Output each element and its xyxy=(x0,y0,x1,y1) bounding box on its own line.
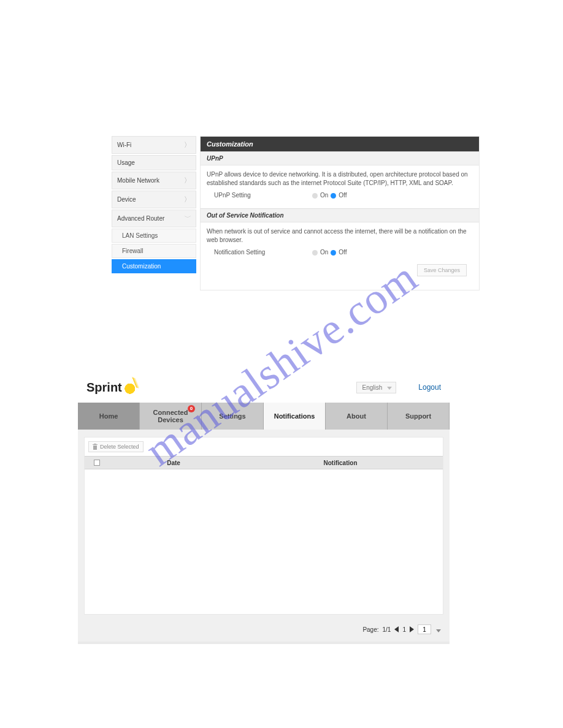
upnp-setting-label: UPnP Setting xyxy=(214,191,312,200)
chevron-right-icon: 〉 xyxy=(184,195,191,204)
sidebar-item-usage[interactable]: Usage xyxy=(112,155,196,170)
language-select[interactable]: English xyxy=(356,382,396,393)
select-all-checkbox[interactable] xyxy=(94,460,100,466)
radio-on-icon xyxy=(331,193,336,199)
sidebar-item-label: Wi-Fi xyxy=(117,142,131,148)
pager: Page: 1/1 1 xyxy=(78,618,450,642)
tab-about[interactable]: About xyxy=(326,403,388,430)
on-label: On xyxy=(320,191,328,200)
chevron-right-icon: 〉 xyxy=(184,140,191,150)
notifications-page: Sprint English Logout Home Connected Dev… xyxy=(78,372,450,644)
page-input[interactable] xyxy=(418,624,431,634)
notifications-card: Delete Selected Date Notification xyxy=(84,437,443,615)
pager-pages: 1/1 xyxy=(383,626,391,633)
oos-setting-label: Notification Setting xyxy=(214,248,312,257)
upnp-section: UPnP allows device to device networking.… xyxy=(201,165,479,208)
sidebar-item-label: Mobile Network xyxy=(117,177,159,184)
main-tabs: Home Connected Devices 0 Settings Notifi… xyxy=(78,403,450,430)
page-next-icon[interactable] xyxy=(410,626,414,632)
col-notification: Notification xyxy=(238,460,443,466)
tab-connected-devices[interactable]: Connected Devices 0 xyxy=(140,403,202,430)
table-header: Date Notification xyxy=(85,456,443,469)
tab-settings[interactable]: Settings xyxy=(202,403,264,430)
chevron-down-icon: 〉 xyxy=(183,215,192,222)
tab-home[interactable]: Home xyxy=(78,403,140,430)
radio-off-icon xyxy=(312,193,318,199)
sidebar-item-label: Usage xyxy=(117,159,135,166)
customization-panel: Wi-Fi 〉 Usage Mobile Network 〉 Device 〉 … xyxy=(112,136,480,290)
settings-sidebar: Wi-Fi 〉 Usage Mobile Network 〉 Device 〉 … xyxy=(112,136,196,290)
sidebar-item-label: Device xyxy=(117,196,136,203)
top-bar: Sprint English Logout xyxy=(78,372,450,403)
col-date: Date xyxy=(109,460,238,466)
devices-badge: 0 xyxy=(188,405,195,412)
chevron-right-icon: 〉 xyxy=(184,176,191,185)
sidebar-item-device[interactable]: Device 〉 xyxy=(112,191,196,208)
oos-heading: Out of Service Notification xyxy=(201,208,479,222)
tab-label: Connected Devices xyxy=(153,409,188,423)
page-title: Customization xyxy=(201,137,479,151)
sidebar-item-wifi[interactable]: Wi-Fi 〉 xyxy=(112,136,196,154)
off-label: Off xyxy=(339,191,347,200)
off-label: Off xyxy=(339,248,347,257)
oos-section: When network is out of service and canno… xyxy=(201,222,479,290)
sprint-flare-icon xyxy=(124,381,138,394)
radio-off-icon xyxy=(312,250,318,256)
oos-toggle[interactable]: On Off xyxy=(312,248,347,257)
delete-selected-button[interactable]: Delete Selected xyxy=(88,441,144,452)
sidebar-item-advanced-router[interactable]: Advanced Router 〉 xyxy=(112,210,196,227)
content-area: Customization UPnP UPnP allows device to… xyxy=(200,136,480,290)
sidebar-item-label: Advanced Router xyxy=(117,215,164,222)
oos-description: When network is out of service and canno… xyxy=(207,227,473,245)
radio-on-icon xyxy=(331,250,336,256)
upnp-heading: UPnP xyxy=(201,151,479,165)
sidebar-sub-customization[interactable]: Customization xyxy=(112,259,196,273)
notifications-area: Delete Selected Date Notification xyxy=(78,430,450,618)
tab-support[interactable]: Support xyxy=(388,403,450,430)
trash-icon xyxy=(93,444,98,450)
logout-link[interactable]: Logout xyxy=(418,383,441,392)
tab-notifications[interactable]: Notifications xyxy=(264,403,326,430)
upnp-description: UPnP allows device to device networking.… xyxy=(207,170,473,188)
upnp-setting-row: UPnP Setting On Off xyxy=(207,188,473,200)
upnp-toggle[interactable]: On Off xyxy=(312,191,347,200)
sidebar-sub-lan-settings[interactable]: LAN Settings xyxy=(112,229,196,243)
sidebar-sub-firewall[interactable]: Firewall xyxy=(112,244,196,258)
oos-setting-row: Notification Setting On Off xyxy=(207,245,473,257)
on-label: On xyxy=(320,248,328,257)
delete-label: Delete Selected xyxy=(100,444,139,450)
page-prev-icon[interactable] xyxy=(394,626,399,632)
pager-label: Page: xyxy=(362,626,378,633)
pager-current: 1 xyxy=(402,626,406,633)
sidebar-item-mobile-network[interactable]: Mobile Network 〉 xyxy=(112,172,196,189)
brand-logo: Sprint xyxy=(86,381,138,395)
brand-text: Sprint xyxy=(86,381,122,395)
save-changes-button[interactable]: Save Changes xyxy=(417,264,467,276)
